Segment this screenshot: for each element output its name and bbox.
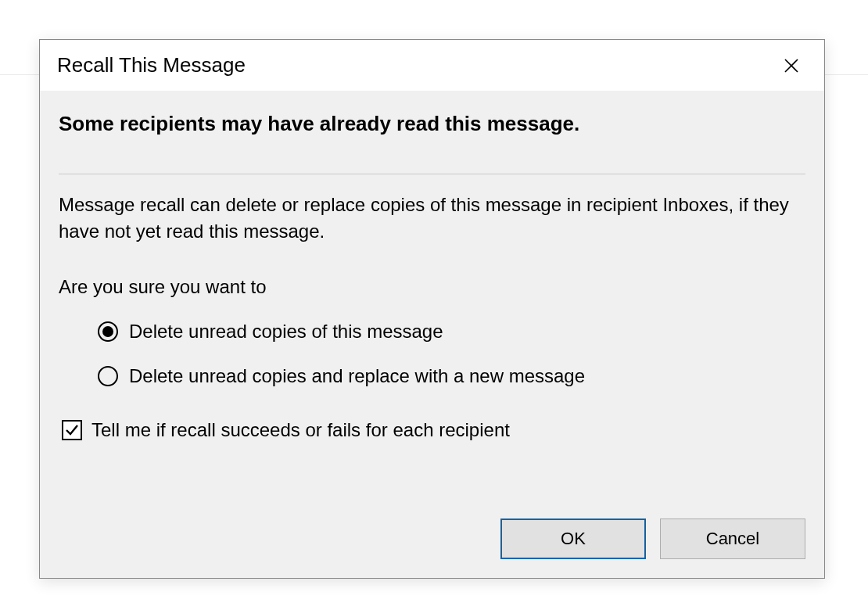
- recall-message-dialog: Recall This Message Some recipients may …: [39, 39, 825, 579]
- divider: [59, 174, 805, 174]
- radio-icon: [98, 321, 118, 342]
- prompt-text: Are you sure you want to: [59, 274, 805, 301]
- option-label: Delete unread copies of this message: [129, 318, 443, 346]
- button-label: Cancel: [706, 529, 759, 549]
- dialog-titlebar: Recall This Message: [40, 40, 824, 91]
- dialog-buttons: OK Cancel: [40, 518, 824, 578]
- option-delete-and-replace[interactable]: Delete unread copies and replace with a …: [98, 363, 805, 390]
- checkbox-icon: [62, 420, 82, 440]
- button-label: OK: [561, 529, 586, 549]
- option-label: Delete unread copies and replace with a …: [129, 363, 585, 390]
- option-delete-unread[interactable]: Delete unread copies of this message: [98, 318, 805, 346]
- close-button[interactable]: [776, 50, 807, 81]
- explanation-text: Message recall can delete or replace cop…: [59, 192, 805, 246]
- notify-checkbox-row[interactable]: Tell me if recall succeeds or fails for …: [62, 417, 805, 444]
- ok-button[interactable]: OK: [500, 518, 646, 559]
- recall-options: Delete unread copies of this message Del…: [59, 318, 805, 390]
- cancel-button[interactable]: Cancel: [660, 518, 805, 559]
- dialog-content: Some recipients may have already read th…: [40, 91, 824, 518]
- warning-headline: Some recipients may have already read th…: [59, 109, 805, 139]
- radio-icon: [98, 366, 118, 386]
- checkbox-label: Tell me if recall succeeds or fails for …: [91, 417, 510, 444]
- dialog-title: Recall This Message: [57, 53, 246, 77]
- close-icon: [784, 59, 798, 73]
